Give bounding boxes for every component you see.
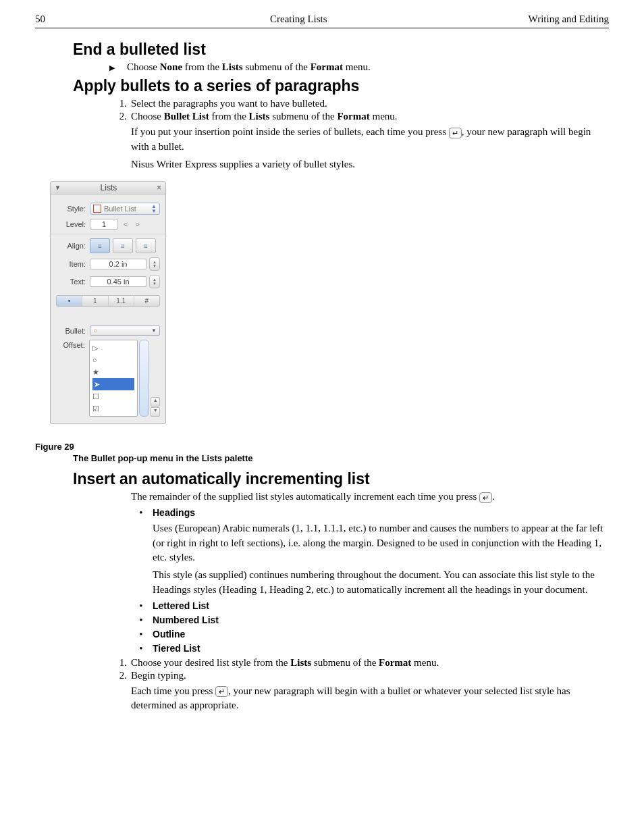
align-right-button[interactable]: ≡ xyxy=(136,238,156,253)
scrollbar[interactable] xyxy=(139,340,150,417)
bullet-option[interactable]: ☐ xyxy=(92,390,134,402)
text-field[interactable]: 0.45 in xyxy=(90,276,146,287)
list-item: • Lettered List xyxy=(130,600,609,612)
step-text: Choose Bullet List from the Lists submen… xyxy=(131,111,398,122)
bullet-option[interactable]: ▷ xyxy=(92,342,134,354)
dropdown-icon: ▼ xyxy=(151,328,157,334)
paragraph: If you put your insertion point inside t… xyxy=(131,125,609,155)
list-item-label: Numbered List xyxy=(153,615,219,626)
header-right: Writing and Editing xyxy=(529,14,609,25)
paragraph: Each time you press ↵, your new paragrap… xyxy=(131,684,609,714)
heading-insert-auto: Insert an automatically incrementing lis… xyxy=(73,470,609,488)
heading-apply-bullets: Apply bullets to a series of paragraphs xyxy=(73,77,609,95)
bullet-icon: • xyxy=(130,615,153,626)
page-number: 50 xyxy=(35,14,69,25)
level-value[interactable]: 1 xyxy=(90,219,118,230)
offset-label: Offset: xyxy=(56,340,89,417)
bullet-icon: • xyxy=(130,643,153,654)
list-item: • Headings xyxy=(130,507,609,519)
item-field[interactable]: 0.2 in xyxy=(90,259,146,269)
step-number: 1. xyxy=(109,98,131,109)
bullet-list-icon xyxy=(93,205,101,213)
figure-caption: The Bullet pop-up menu in the Lists pale… xyxy=(73,453,609,463)
figure-label: Figure 29 xyxy=(35,442,609,452)
header-center: Creating Lists xyxy=(69,14,529,25)
palette-title: Lists xyxy=(101,183,117,192)
list-item: • Tiered List xyxy=(130,643,609,654)
item-stepper[interactable]: ▲▼ xyxy=(149,257,160,271)
scroll-down-button[interactable]: ▼ xyxy=(151,407,160,417)
step-text: Begin typing. xyxy=(131,670,186,681)
disclosure-icon[interactable]: ▼ xyxy=(55,184,61,191)
step-end-bulleted: ▶ Choose None from the Lists submenu of … xyxy=(109,61,609,73)
bullet-options-list[interactable]: ▷ ○ ★ ➤ ☐ ☑ xyxy=(89,340,138,417)
step-number: 2. xyxy=(109,111,131,122)
tab-hash[interactable]: # xyxy=(134,296,159,306)
paragraph: This style (as supplied) continues numbe… xyxy=(153,568,609,598)
list-item-label: Outline xyxy=(153,629,185,640)
tab-bullet[interactable]: • xyxy=(57,296,82,306)
intro-paragraph: The remainder of the supplied list style… xyxy=(131,491,609,503)
list-item-label: Headings xyxy=(153,507,195,519)
align-left-button[interactable]: ≡ xyxy=(90,238,110,253)
return-key-icon: ↵ xyxy=(215,686,228,697)
return-key-icon: ↵ xyxy=(479,492,492,503)
step-number: 2. xyxy=(109,670,131,681)
list-item-label: Lettered List xyxy=(153,600,209,612)
step-text: Select the paragraphs you want to have b… xyxy=(131,98,327,109)
bullet-icon: • xyxy=(130,600,153,612)
step-1: 1. Select the paragraphs you want to hav… xyxy=(109,98,609,109)
step-1: 1. Choose your desired list style from t… xyxy=(109,657,609,669)
page-header: 50 Creating Lists Writing and Editing xyxy=(35,14,609,28)
bullet-icon: • xyxy=(130,507,153,519)
bullet-option[interactable]: ○ xyxy=(92,354,134,366)
heading-end-bulleted: End a bulleted list xyxy=(73,41,609,59)
align-label: Align: xyxy=(56,242,90,250)
tab-1[interactable]: 1 xyxy=(82,296,108,306)
triangle-bullet-icon: ▶ xyxy=(109,61,127,72)
text-label: Text: xyxy=(56,278,90,286)
step-text: Choose your desired list style from the … xyxy=(131,657,439,669)
level-prev-next[interactable]: < > xyxy=(124,220,142,228)
step-2: 2. Begin typing. xyxy=(109,670,609,681)
paragraph: Nisus Writer Express supplies a variety … xyxy=(131,157,609,172)
tab-1-1[interactable]: 1.1 xyxy=(109,296,134,306)
list-type-tabs: • 1 1.1 # xyxy=(56,295,160,307)
step-2: 2. Choose Bullet List from the Lists sub… xyxy=(109,111,609,122)
scroll-up-button[interactable]: ▲ xyxy=(151,397,160,407)
item-label: Item: xyxy=(56,260,90,268)
bullet-value: ○ xyxy=(93,327,97,334)
bullet-option[interactable]: ★ xyxy=(92,366,134,378)
step-text: Choose None from the Lists submenu of th… xyxy=(127,61,371,73)
align-center-button[interactable]: ≡ xyxy=(113,238,133,253)
style-select[interactable]: Bullet List ▲▼ xyxy=(90,203,160,215)
text-stepper[interactable]: ▲▼ xyxy=(149,275,160,288)
bullet-label: Bullet: xyxy=(56,325,90,336)
step-number: 1. xyxy=(109,657,131,669)
bullet-icon: • xyxy=(130,629,153,640)
lists-palette: ▼ Lists × Style: Bullet List ▲▼ Level: 1… xyxy=(50,181,166,424)
updown-icon: ▲▼ xyxy=(151,204,157,213)
list-item-label: Tiered List xyxy=(153,643,200,654)
level-label: Level: xyxy=(56,220,90,228)
list-item: • Outline xyxy=(130,629,609,640)
paragraph: Uses (European) Arabic numerals (1, 1.1,… xyxy=(153,521,609,565)
palette-titlebar: ▼ Lists × xyxy=(51,182,165,194)
bullet-popup[interactable]: ○ ▼ xyxy=(90,325,160,336)
bullet-option-selected[interactable]: ➤ xyxy=(92,378,134,390)
list-item: • Numbered List xyxy=(130,615,609,626)
close-icon[interactable]: × xyxy=(157,183,161,192)
style-label: Style: xyxy=(56,205,90,213)
return-key-icon: ↵ xyxy=(449,128,462,138)
bullet-option[interactable]: ☑ xyxy=(92,402,134,415)
style-value: Bullet List xyxy=(104,205,136,213)
